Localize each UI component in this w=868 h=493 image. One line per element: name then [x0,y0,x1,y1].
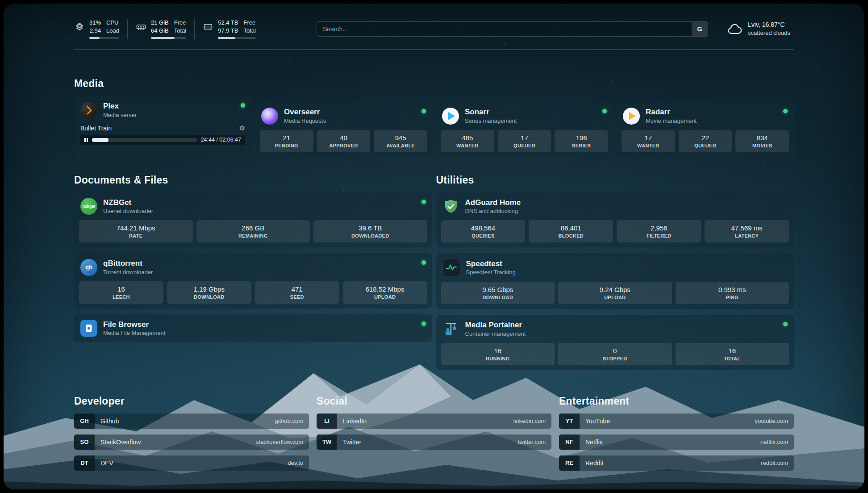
service-card-plex[interactable]: Plex Media server Bullet Train ⚙ [74,96,251,157]
search-input[interactable] [317,21,708,37]
service-card-qbittorrent[interactable]: qb qBittorrent Torrent downloader 16 [74,253,432,309]
bookmark-netflix[interactable]: NF Netflix netflix.com [559,435,794,450]
memory-free-value: 21 GiB [151,19,169,27]
service-desc: Series management [465,117,517,125]
service-card-portainer[interactable]: Media Portainer Container management 16 … [436,315,794,370]
stat-available: 945 AVAILABLE [374,130,427,152]
bookmark-name: Reddit [580,460,609,467]
status-dot [421,322,426,326]
service-card-adguard[interactable]: AdGuard Home DNS and adblocking 498,564 … [436,192,794,248]
entertainment-section-title: Entertainment [559,395,794,407]
bookmark-abbr: DT [74,455,95,471]
gear-icon[interactable]: ⚙ [239,124,245,132]
stat-total: 16 TOTAL [676,343,789,365]
bookmarks-entertainment: Entertainment YT YouTube youtube.com NF … [559,395,794,471]
bookmark-linkedin[interactable]: LI LinkedIn linkedin.com [317,414,551,429]
weather-location: Lviv, 16.87°C [748,21,790,29]
disk-total-value: 97.9 TB [218,27,238,35]
memory-progress-fill [151,37,175,39]
plex-icon [80,102,97,119]
service-card-nzbget[interactable]: nzbget NZBGet Usenet downloader 744.21 M… [74,192,432,248]
bookmark-name: Twitter [337,439,367,446]
search-provider-button[interactable]: G [692,22,708,36]
stat-latency: 47.569 ms LATENCY [705,220,789,242]
cpu-progress-track [89,37,119,39]
bookmark-github[interactable]: GH Github github.com [74,414,309,429]
header-divider [74,50,794,50]
bookmarks-developer: Developer GH Github github.com SO StackO… [74,395,309,471]
service-card-speedtest[interactable]: Speedtest Speedtest Tracking 9.65 Gbps D… [436,253,794,309]
bookmark-url: stackoverflow.com [250,439,309,445]
service-desc: Media server [103,112,137,119]
bookmark-abbr: RE [559,455,580,471]
qbittorrent-icon: qb [80,259,97,276]
stat-series: 196 SERIES [555,130,608,152]
bookmark-reddit[interactable]: RE Reddit reddit.com [559,455,794,471]
bookmark-url: linkedin.com [508,418,551,424]
now-playing-title: Bullet Train [80,125,112,132]
bookmark-abbr: SO [74,435,95,450]
bookmark-name: YouTube [580,418,616,425]
bookmark-url: dev.to [282,460,309,466]
service-desc: Container management [465,330,526,338]
service-desc: Speedtest Tracking [466,269,516,276]
stat-queued: 22 QUEUED [679,130,732,152]
bookmark-url: github.com [269,418,309,424]
memory-icon [136,21,146,32]
memory-free-label: Free [174,19,186,27]
media-section-title: Media [74,78,794,90]
memory-total-label: Total [174,27,186,35]
playback-progress-track [92,138,197,142]
stat-wanted: 17 WANTED [622,130,675,152]
documents-section-title: Documents & Files [74,174,432,186]
disk-widget: 52.4 TB 97.9 TB Free Total [195,19,264,39]
stat-filtered: 2,956 FILTERED [617,220,701,242]
cpu-usage-value: 31% [89,19,101,27]
bookmark-abbr: GH [74,414,95,429]
bookmark-abbr: YT [559,414,580,429]
utilities-section-title: Utilities [436,174,794,186]
cpu-usage-label: CPU [106,19,119,27]
weather-widget: Lviv, 16.87°C scattered clouds [727,21,794,37]
service-desc: Torrent downloader [103,269,153,276]
status-dot [241,103,245,108]
bookmark-youtube[interactable]: YT YouTube youtube.com [559,414,794,429]
stat-downloaded: 39.6 TB DOWNLOADED [313,220,427,242]
search-box: G [317,21,708,37]
top-bar: 31% 2.94 CPU Load [74,4,794,39]
bookmark-twitter[interactable]: TW Twitter twitter.com [317,435,551,450]
disk-total-label: Total [243,27,255,35]
service-card-overseerr[interactable]: Overseerr Media Requests 21 PENDING 40 A… [255,102,432,157]
service-card-sonarr[interactable]: Sonarr Series management 485 WANTED 17 Q… [436,102,613,157]
bookmark-name: Netflix [580,439,609,446]
bookmark-dev[interactable]: DT DEV dev.to [74,455,309,471]
stat-running: 16 RUNNING [441,343,555,365]
adguard-shield-icon [442,198,459,215]
cpu-widget: 31% 2.94 CPU Load [74,19,128,39]
service-name: Radarr [646,107,697,117]
status-dot [602,109,607,113]
cpu-load-label: Load [106,27,119,35]
weather-condition: scattered clouds [748,29,790,37]
bookmark-stackoverflow[interactable]: SO StackOverflow stackoverflow.com [74,435,309,450]
stat-stopped: 0 STOPPED [558,343,672,365]
cpu-load-value: 2.94 [90,27,101,35]
service-name: Media Portainer [465,320,526,330]
service-card-radarr[interactable]: Radarr Movie management 17 WANTED 22 QUE… [617,102,794,157]
bookmark-name: LinkedIn [337,418,372,425]
cloud-icon [727,22,743,36]
resource-widgets: 31% 2.94 CPU Load [74,19,264,39]
bookmarks-social: Social LI LinkedIn linkedin.com TW Twitt… [317,395,551,450]
memory-total-value: 64 GiB [151,27,169,35]
bookmark-name: DEV [95,460,119,467]
status-dot [783,109,788,113]
disk-icon [203,21,213,32]
stat-rate: 744.21 Mbps RATE [79,220,193,242]
stat-download: 1.19 Gbps DOWNLOAD [167,281,251,304]
service-name: Plex [103,101,137,111]
service-card-filebrowser[interactable]: File Browser Media File Management [74,314,432,343]
service-desc: Media Requests [284,117,326,125]
bookmark-name: Github [95,418,125,425]
cpu-progress-fill [89,37,100,39]
nzbget-icon: nzbget [80,198,97,215]
